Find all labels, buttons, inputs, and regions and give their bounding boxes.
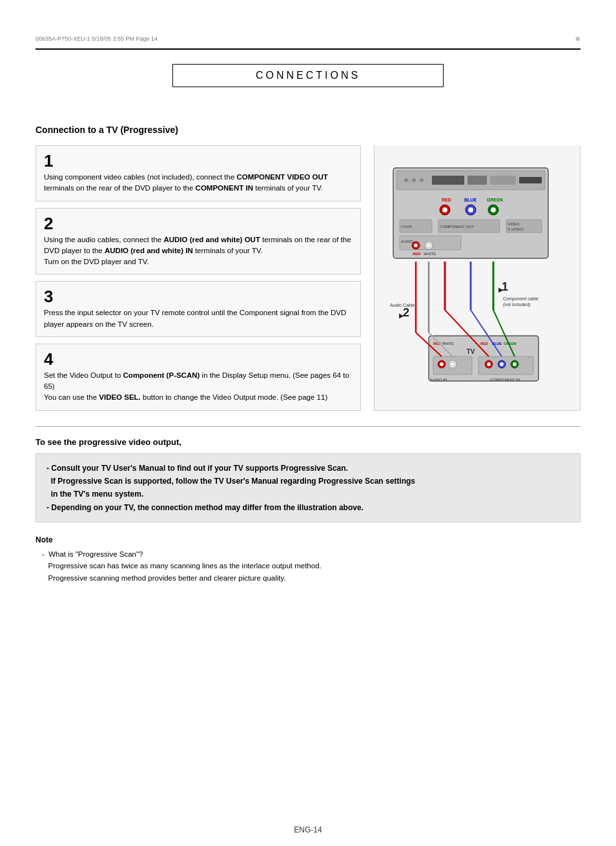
svg-point-17 (491, 207, 496, 212)
section-title: Connection to a TV (Progressive) (36, 125, 580, 135)
svg-point-13 (442, 207, 447, 212)
note-section: Note - What is "Progressive Scan"? Progr… (36, 535, 580, 584)
step-1-text: Using component video cables (not includ… (44, 172, 353, 194)
step-3-number: 3 (44, 288, 353, 305)
svg-rect-5 (432, 176, 464, 185)
svg-point-28 (414, 243, 418, 247)
svg-rect-6 (467, 176, 487, 185)
svg-text:▶: ▶ (399, 312, 404, 319)
svg-text:GREEN: GREEN (487, 198, 503, 202)
step-2-number: 2 (44, 215, 353, 232)
step-4-box: 4 Set the Video Output to Component (P-S… (36, 344, 361, 411)
connections-header: CONNECTIONS (172, 64, 444, 87)
svg-rect-7 (490, 176, 516, 185)
svg-text:S-VIDEO: S-VIDEO (508, 227, 524, 231)
svg-text:AUDIO: AUDIO (401, 240, 413, 243)
svg-text:WHITE: WHITE (424, 252, 436, 256)
svg-text:Component cable: Component cable (503, 296, 539, 302)
svg-text:Audio Cable: Audio Cable (390, 303, 415, 307)
note-text: - What is "Progressive Scan"? Progressiv… (42, 548, 580, 584)
step-2-text: Using the audio cables, connect the AUDI… (44, 234, 353, 268)
svg-rect-8 (519, 177, 542, 183)
svg-text:RED: RED (480, 342, 488, 346)
svg-text:VIDEO: VIDEO (508, 222, 520, 226)
svg-text:WHITE: WHITE (442, 342, 454, 346)
step-1-number: 1 (44, 152, 353, 169)
svg-point-59 (500, 362, 504, 366)
progressive-subtitle: To see the progressive video output, (36, 437, 580, 447)
notice-box: - Consult your TV User's Manual to find … (36, 453, 580, 523)
step-2-box: 2 Using the audio cables, connect the AU… (36, 208, 361, 275)
svg-text:▶: ▶ (498, 286, 504, 293)
svg-point-61 (513, 362, 517, 366)
svg-text:COMPONENT IN: COMPONENT IN (490, 378, 520, 382)
page-footer: ENG-14 (0, 825, 616, 834)
diagram-column: RED BLUE GREEN COAX COMPONENT OUT VIDEO (374, 145, 580, 411)
svg-point-50 (440, 362, 444, 366)
step-4-number: 4 (44, 351, 353, 367)
svg-point-2 (404, 178, 408, 182)
svg-text:(not included): (not included) (503, 302, 530, 307)
step-1-box: 1 Using component video cables (not incl… (36, 145, 361, 201)
svg-point-4 (420, 178, 424, 182)
note-title: Note (36, 535, 580, 544)
file-info: 00635A-P750-XEU-1 5/18/05 3:55 PM Page 1… (36, 36, 158, 42)
svg-point-30 (427, 243, 431, 247)
svg-point-3 (412, 178, 416, 182)
connection-diagram: RED BLUE GREEN COAX COMPONENT OUT VIDEO (380, 161, 574, 394)
page-cross: ⊕ (575, 36, 580, 42)
svg-point-52 (451, 362, 455, 366)
svg-text:RED: RED (413, 252, 421, 256)
svg-text:RED: RED (442, 198, 451, 202)
svg-text:AUDIO IN: AUDIO IN (430, 378, 447, 382)
svg-text:BLUE: BLUE (464, 198, 477, 202)
svg-text:COAX: COAX (401, 225, 412, 229)
steps-column: 1 Using component video cables (not incl… (36, 145, 361, 411)
svg-text:COMPONENT OUT: COMPONENT OUT (440, 225, 475, 229)
step-3-box: 3 Press the input selector on your TV re… (36, 281, 361, 337)
page-title: CONNECTIONS (256, 70, 360, 81)
svg-point-15 (468, 207, 473, 212)
svg-text:TV: TV (467, 348, 475, 355)
step-4-text: Set the Video Output to Component (P-SCA… (44, 370, 353, 404)
svg-point-57 (487, 362, 491, 366)
step-3-text: Press the input selector on your TV remo… (44, 307, 353, 330)
